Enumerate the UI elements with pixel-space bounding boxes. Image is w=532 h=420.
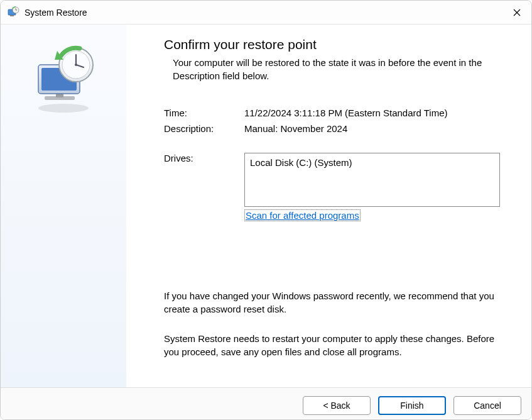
drives-list[interactable]: Local Disk (C:) (System) — [244, 153, 500, 207]
svg-rect-1 — [10, 15, 14, 16]
description-value: Manual: November 2024 — [244, 123, 500, 134]
scan-affected-programs-link[interactable]: Scan for affected programs — [244, 209, 361, 221]
titlebar: System Restore — [1, 1, 531, 25]
info-block: If you have changed your Windows passwor… — [164, 289, 500, 358]
drives-row: Drives: Local Disk (C:) (System) — [164, 153, 500, 207]
finish-button[interactable]: Finish — [378, 396, 446, 415]
main-panel: Confirm your restore point Your computer… — [1, 25, 531, 387]
back-button[interactable]: < Back — [303, 396, 371, 415]
password-reset-info: If you have changed your Windows passwor… — [164, 289, 500, 316]
system-restore-icon — [7, 6, 19, 19]
restore-graphic-icon — [26, 42, 101, 118]
time-row: Time: 11/22/2024 3:11:18 PM (Eastern Sta… — [164, 108, 500, 118]
drive-item: Local Disk (C:) (System) — [250, 157, 352, 168]
description-label: Description: — [164, 123, 244, 134]
close-icon — [513, 9, 521, 16]
page-subtitle: Your computer will be restored to the st… — [164, 56, 500, 82]
cancel-button[interactable]: Cancel — [453, 396, 521, 415]
drives-label: Drives: — [164, 153, 244, 207]
footer-buttons: < Back Finish Cancel — [1, 387, 531, 420]
time-value: 11/22/2024 3:11:18 PM (Eastern Standard … — [244, 108, 500, 118]
window-title: System Restore — [24, 8, 87, 18]
close-button[interactable] — [502, 1, 531, 25]
restart-warning-info: System Restore needs to restart your com… — [164, 332, 500, 358]
page-heading: Confirm your restore point — [164, 37, 500, 52]
content-wrap: Confirm your restore point Your computer… — [1, 25, 531, 420]
side-graphic-panel — [1, 25, 126, 387]
body-content: Confirm your restore point Your computer… — [126, 25, 531, 387]
description-row: Description: Manual: November 2024 — [164, 123, 500, 134]
svg-point-8 — [38, 104, 89, 113]
time-label: Time: — [164, 108, 244, 118]
svg-point-17 — [75, 64, 77, 66]
